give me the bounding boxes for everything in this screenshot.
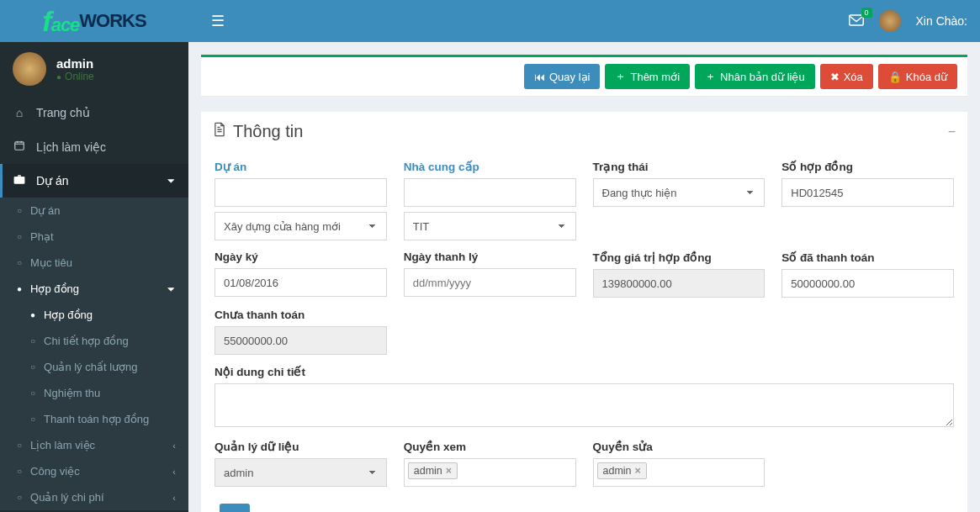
subsubitem-thanh-toan-hop-dong[interactable]: ○Thanh toán hợp đồng [0,406,188,432]
nha-cung-cap-select[interactable]: TIT [404,212,576,240]
sidebar-item-label: Trang chủ [36,106,90,119]
subsubitem-hop-dong[interactable]: ●Hợp đồng [0,302,188,328]
subitem-lich-lam-viec[interactable]: ○Lịch làm việc‹ [0,432,188,458]
svg-rect-0 [849,15,863,25]
lock-icon: 🔒 [888,71,902,83]
sidebar-item-label: Dự án [36,174,69,187]
subitem-cong-viec[interactable]: ○Công việc‹ [0,458,188,484]
user-panel: admin Online [0,42,188,96]
nha-cung-cap-text-input[interactable] [404,178,576,207]
button-label: Thêm mới [630,71,680,83]
tag-admin[interactable]: admin × [597,462,647,479]
header-right: 0 Xin Chào: [849,10,967,32]
tag-remove-icon[interactable]: × [635,465,641,477]
mail-button[interactable]: 0 [849,13,864,30]
subitem-du-an[interactable]: ○Dự án [0,198,188,224]
quyen-xem-taginput[interactable]: admin × [404,458,576,487]
subsubitem-chi-tiet-hop-dong[interactable]: ○Chi tiết hợp đồng [0,328,188,354]
circle-open-icon: ○ [17,493,22,502]
quan-ly-du-lieu-select[interactable]: admin [215,458,387,487]
delete-button[interactable]: ✖ Xóa [820,64,873,89]
tong-gia-tri-input [593,269,765,298]
trang-thai-label: Trạng thái [593,160,765,173]
header-avatar[interactable] [879,10,901,32]
ngay-ky-label: Ngày ký [215,251,387,263]
tag-label: admin [603,465,632,477]
add-button[interactable]: ＋ Thêm mới [605,64,690,89]
logo[interactable]: ffaceaceWORKS [0,0,188,42]
tag-admin[interactable]: admin × [408,462,458,479]
sidebar-item-label: Nghiệm thu [44,387,100,399]
sidebar-item-label: Thanh toán hợp đồng [44,413,149,425]
box-title: Thông tin − [206,122,962,150]
header-greeting: Xin Chào: [916,14,967,28]
button-label: Nhân bản dữ liệu [720,71,805,83]
quyen-sua-taginput[interactable]: admin × [593,458,765,487]
subitem-quan-ly-chi-phi[interactable]: ○Quản lý chi phí‹ [0,484,188,510]
logo-face: ffaceace [42,5,79,38]
chevron-left-icon: ‹ [172,493,176,503]
circle-open-icon: ○ [17,206,22,215]
circle-filled-icon: ● [17,284,22,293]
so-hop-dong-input[interactable] [781,178,954,207]
arrow-back-icon: ⏮ [534,71,545,83]
clone-button[interactable]: ＋ Nhân bản dữ liệu [695,64,815,89]
circle-open-icon: ○ [30,336,35,346]
lock-button[interactable]: 🔒 Khóa dữ [878,64,957,89]
sidebar-item-lich-lam-viec[interactable]: Lịch làm việc [0,129,188,164]
user-name: admin [56,56,94,71]
back-button[interactable]: ⏮ Quay lại [524,64,600,89]
trang-thai-select[interactable]: Đang thực hiện [593,178,765,207]
home-icon: ⌂ [13,106,26,119]
noi-dung-textarea[interactable] [215,383,954,427]
so-da-thanh-toan-input[interactable] [781,269,954,298]
box-collapse-button[interactable]: − [948,124,956,140]
button-label: Khóa dữ [906,71,947,83]
subitem-hop-dong[interactable]: ●Hợp đồng ⏷ [0,276,188,302]
tag-remove-icon[interactable]: × [446,465,452,477]
sidebar-item-trang-chu[interactable]: ⌂ Trang chủ [0,96,188,129]
sidebar-item-label: Lịch làm việc [36,140,106,154]
times-icon: ✖ [830,71,840,83]
sidebar-menu: ⌂ Trang chủ Lịch làm việc [0,96,188,510]
info-box: Thông tin − Dự án Xây dựng cửa hàng mới … [201,112,967,512]
sidebar-item-label: Công việc [30,465,80,478]
button-label: Xóa [844,71,863,83]
sidebar-item-du-an[interactable]: Dự án ⏷ [0,164,188,198]
logo-works: WORKS [79,10,146,32]
svg-rect-1 [15,142,24,150]
user-status: Online [56,71,94,82]
button-label: Quay lại [549,71,590,83]
sidebar-item-label: Hợp đồng [44,309,93,321]
tag-label: admin [414,465,442,477]
subsubitem-nghiem-thu[interactable]: ○Nghiệm thu [0,380,188,406]
sidebar-toggle-button[interactable]: ☰ [201,5,235,37]
subitem-phat[interactable]: ○Phạt [0,224,188,250]
du-an-text-input[interactable] [215,178,387,207]
file-text-icon [213,122,226,141]
subitem-muc-tieu[interactable]: ○Mục tiêu [0,250,188,276]
nha-cung-cap-label[interactable]: Nhà cung cấp [404,160,576,173]
save-button[interactable] [220,504,250,512]
bars-icon: ☰ [211,13,225,29]
main-header: ☰ 0 Xin Chào: [188,0,980,42]
chevron-down-icon: ⏷ [167,176,176,186]
hop-dong-submenu: ●Hợp đồng ○Chi tiết hợp đồng ○Quản lý ch… [0,302,188,432]
main-sidebar: admin Online ⌂ Trang chủ Lịch làm việc [0,42,188,512]
du-an-label[interactable]: Dự án [215,160,387,173]
plus-icon: ＋ [705,69,716,84]
ngay-thanh-ly-input[interactable] [404,268,576,297]
subsubitem-quan-ly-chat-luong[interactable]: ○Quản lý chất lượng [0,354,188,380]
sidebar-item-label: Mục tiêu [30,256,72,269]
noi-dung-label: Nội dung chi tiết [215,365,954,378]
du-an-select[interactable]: Xây dựng cửa hàng mới [215,212,387,240]
chua-thanh-toan-input [215,326,387,355]
chevron-left-icon: ‹ [172,441,176,451]
circle-open-icon: ○ [30,414,35,424]
chua-thanh-toan-label: Chưa thanh toán [215,308,387,321]
circle-open-icon: ○ [30,362,35,372]
ngay-ky-input[interactable] [215,268,387,297]
sidebar-item-label: Quản lý chất lượng [44,361,138,373]
action-bar: ⏮ Quay lại ＋ Thêm mới ＋ Nhân bản dữ liệu… [201,55,967,97]
user-avatar[interactable] [13,52,46,86]
